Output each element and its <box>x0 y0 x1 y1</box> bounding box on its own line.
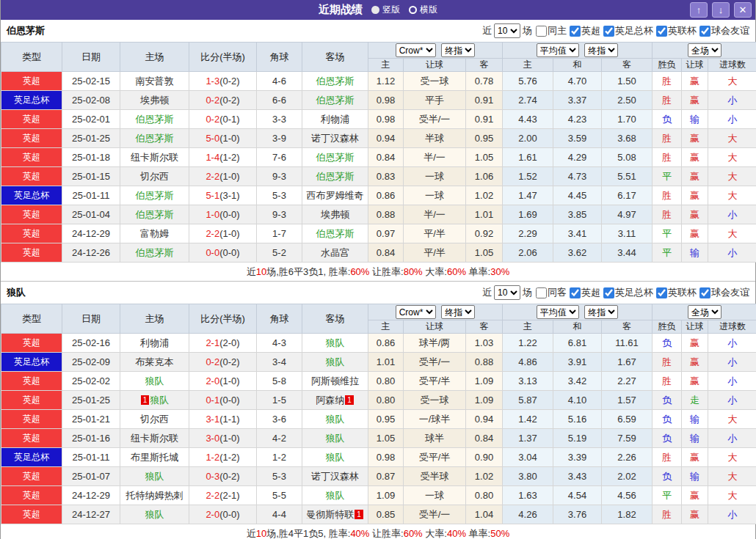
avg-home-odds-cell: 1.37 <box>503 429 553 448</box>
summary-text: 大率: <box>423 528 447 539</box>
league-checkbox-label[interactable]: 英联杯 <box>653 24 697 37</box>
fulltime-score: 0-3 <box>206 471 219 482</box>
league-checkbox-text: 球会友谊 <box>711 286 749 299</box>
handicap-result-cell: 输 <box>682 429 708 448</box>
halftime-score: (0-0) <box>219 509 239 520</box>
crow-home-odds-cell: 0.88 <box>368 205 404 224</box>
league-checkbox[interactable] <box>570 287 581 298</box>
avg-home-odds-cell: 1.69 <box>503 205 553 224</box>
home-team-name: 埃弗顿 <box>140 95 169 106</box>
radio-unselected-icon[interactable] <box>409 6 417 14</box>
league-checkbox[interactable] <box>699 287 710 298</box>
avg-source-select[interactable]: 平均值 <box>537 305 579 319</box>
odds-source-select[interactable]: Crow* <box>396 305 436 319</box>
crow-away-odds-cell: 0.80 <box>466 486 503 505</box>
home-cell: 1布里斯托城 <box>120 448 189 467</box>
radio-selected-icon[interactable] <box>371 6 379 14</box>
league-checkbox[interactable] <box>570 26 581 37</box>
period-select[interactable]: 全场 <box>688 43 722 57</box>
date-cell: 24-12-27 <box>62 505 120 524</box>
score-cell: 1-2(1-2) <box>189 448 257 467</box>
move-down-button[interactable]: ↓ <box>712 2 730 18</box>
layout-radio-horizontal[interactable]: 横版 <box>409 4 437 16</box>
league-checkbox-label[interactable]: 球会友谊 <box>697 24 749 37</box>
league-type-cell: 英超 <box>1 410 62 429</box>
league-checkbox-label[interactable]: 英联杯 <box>653 286 697 299</box>
summary-text: 单率: <box>466 528 490 539</box>
odds-time-select[interactable]: 终指 <box>441 305 475 319</box>
down-arrow-icon: ↓ <box>719 4 724 15</box>
avg-home-odds-cell: 5.76 <box>503 72 553 91</box>
crow-home-odds-cell: 0.97 <box>368 224 404 243</box>
league-type-cell: 英超 <box>1 391 62 410</box>
same-venue-checkbox[interactable] <box>536 287 547 298</box>
avg-home-odds-cell: 3.04 <box>503 448 553 467</box>
date-cell: 25-01-11 <box>62 448 120 467</box>
league-checkbox[interactable] <box>603 26 614 37</box>
away-cell: 诺丁汉森林1 <box>302 129 368 148</box>
match-row: 英足总杯 25-02-09 1布莱克本 0-2(0-2) 3-4 狼队1 1.0… <box>1 353 756 372</box>
league-label: 英超 <box>23 337 40 348</box>
crow-handicap-cell: 半球 <box>404 129 466 148</box>
goals-cell: 小 <box>708 391 756 410</box>
match-row: 英超 24-12-29 1富勒姆 2-2(1-0) 1-7 伯恩茅斯1 0.97… <box>1 224 756 243</box>
league-checkbox[interactable] <box>603 287 614 298</box>
col-avg-away: 客 <box>602 320 653 334</box>
league-label: 英超 <box>23 228 40 238</box>
handicap-result-cell: 走 <box>682 391 708 410</box>
league-checkbox[interactable] <box>699 26 710 37</box>
league-label: 英超 <box>23 433 40 443</box>
goals-cell: 小 <box>708 429 756 448</box>
away-cell: 狼队1 <box>302 410 368 429</box>
avg-draw-odds-cell: 3.39 <box>553 448 602 467</box>
period-select[interactable]: 全场 <box>688 305 722 319</box>
goals-cell: 小 <box>708 205 756 224</box>
halftime-score: (1-1) <box>219 414 239 425</box>
col-outcome: 胜负 <box>653 59 682 72</box>
match-count-select[interactable]: 10 <box>494 23 520 38</box>
league-checkbox[interactable] <box>656 26 667 37</box>
matches-table: 类型 日期 主场 比分(半场) 角球 客场 Crow* 终指 平均值 终指 <box>1 42 756 263</box>
league-type-cell: 英超 <box>1 372 62 391</box>
same-venue-checkbox-label[interactable]: 同客 <box>532 286 567 299</box>
score-cell: 3-0(1-0) <box>189 429 257 448</box>
corner-cell: 4-4 <box>257 505 302 524</box>
league-checkbox-text: 英超 <box>581 286 600 299</box>
score-cell: 3-1(1-1) <box>189 410 257 429</box>
crow-handicap-cell: 受半/一 <box>404 353 466 372</box>
goals-cell: 大 <box>708 467 756 486</box>
date-cell: 25-02-16 <box>62 334 120 353</box>
league-checkbox-label[interactable]: 球会友谊 <box>697 286 749 299</box>
crow-home-odds-cell: 0.94 <box>368 129 404 148</box>
same-venue-checkbox[interactable] <box>536 26 547 37</box>
fulltime-score: 0-2 <box>206 114 219 125</box>
avg-time-select[interactable]: 终指 <box>584 43 618 57</box>
avg-source-select[interactable]: 平均值 <box>537 43 579 57</box>
odds-time-select[interactable]: 终指 <box>441 43 475 57</box>
same-venue-checkbox-label[interactable]: 同主 <box>532 24 567 37</box>
crow-away-odds-cell: 1.02 <box>466 467 503 486</box>
col-home: 主场 <box>120 43 189 72</box>
crow-handicap-cell: 一球 <box>404 186 466 205</box>
fulltime-score: 0-0 <box>206 247 219 258</box>
crow-away-odds-cell: 0.91 <box>466 91 503 110</box>
avg-draw-odds-cell: 3.59 <box>553 129 602 148</box>
close-button[interactable]: ✕ <box>734 2 752 18</box>
league-label: 英超 <box>23 209 40 219</box>
corner-cell: 9-3 <box>257 205 302 224</box>
outcome-cell: 负 <box>653 110 682 129</box>
match-count-select[interactable]: 10 <box>494 285 520 300</box>
odds-source-select[interactable]: Crow* <box>396 43 436 57</box>
layout-radio-vertical[interactable]: 竖版 <box>371 4 400 16</box>
league-checkbox-label[interactable]: 英足总杯 <box>600 286 653 299</box>
home-cell: 1托特纳姆热刺 <box>120 486 189 505</box>
avg-time-select[interactable]: 终指 <box>584 305 618 319</box>
league-checkbox-label[interactable]: 英超 <box>567 24 600 37</box>
match-row: 英足总杯 25-02-08 1埃弗顿 0-2(0-2) 6-6 伯恩茅斯1 0.… <box>1 91 756 110</box>
score-cell: 1-3(0-2) <box>189 72 257 91</box>
league-checkbox-label[interactable]: 英足总杯 <box>600 24 653 37</box>
move-up-button[interactable]: ↑ <box>690 2 708 18</box>
league-checkbox[interactable] <box>656 287 667 298</box>
league-label: 英足总杯 <box>14 452 49 462</box>
league-checkbox-label[interactable]: 英超 <box>567 286 600 299</box>
